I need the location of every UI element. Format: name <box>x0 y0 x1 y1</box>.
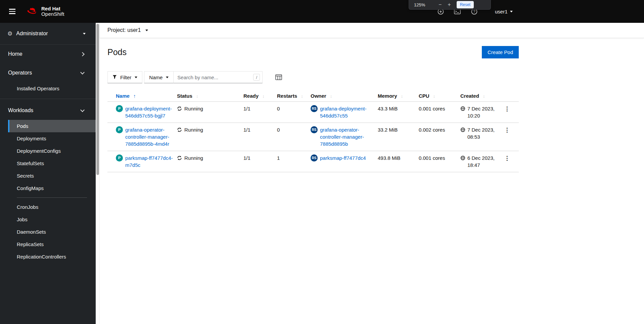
sidebar-scrollbar[interactable] <box>96 23 100 324</box>
search-field-wrap: / <box>173 71 263 83</box>
caret-down-icon <box>83 33 86 35</box>
nav-section-label: Workloads <box>8 107 33 113</box>
column-header-restarts[interactable]: Restarts ↕ <box>277 91 311 102</box>
chevron-right-icon <box>80 52 85 56</box>
pods-table: Name ↑ Status ↕ Ready ↕ <box>107 91 519 172</box>
cpu-cell: 0.001 cores <box>419 102 460 123</box>
username: user1 <box>495 9 508 14</box>
nav-item-configmaps[interactable]: ConfigMaps <box>8 182 96 194</box>
nav-item-daemonsets[interactable]: DaemonSets <box>8 226 96 238</box>
created-text: 7 Dec 2023, 10:20 <box>467 105 495 119</box>
filter-funnel-icon <box>112 75 117 80</box>
cpu-cell: 0.001 cores <box>419 151 460 172</box>
scrollbar-thumb[interactable] <box>96 24 99 175</box>
nav-section-label: Operators <box>8 70 32 76</box>
nav-toggle-hamburger-icon[interactable] <box>6 5 18 17</box>
caret-down-icon <box>135 77 137 78</box>
search-attribute-dropdown[interactable]: Name <box>144 71 174 83</box>
pod-name-link[interactable]: grafana-deployment-546dd57c55-bgjl7 <box>125 105 174 119</box>
status-text: Running <box>184 126 203 133</box>
manage-columns-icon[interactable] <box>275 74 283 81</box>
owner-link[interactable]: grafana-operator-controller-manager-7885… <box>320 126 372 147</box>
column-header-name[interactable]: Name ↑ <box>107 91 177 102</box>
sort-icon: ↕ <box>262 94 265 99</box>
zoom-in-button[interactable]: + <box>445 2 454 7</box>
nav-section-workloads[interactable]: Workloads <box>0 101 96 120</box>
nav-section-label: Home <box>8 51 22 57</box>
column-header-memory[interactable]: Memory ↕ <box>378 91 419 102</box>
title-row: Pods Create Pod <box>107 46 519 58</box>
replicaset-badge: RS <box>311 154 318 161</box>
brand-text: Red Hat OpenShift <box>41 6 64 17</box>
created-text: 6 Dec 2023, 18:47 <box>467 154 495 169</box>
pod-badge: P <box>116 154 123 161</box>
column-header-status[interactable]: Status ↕ <box>177 91 243 102</box>
search-input[interactable] <box>173 71 263 83</box>
perspective-switcher[interactable]: ⚙ Administrator <box>0 23 96 45</box>
zoom-reset-button[interactable]: Reset <box>457 1 474 8</box>
pod-name-link[interactable]: parksmap-ff7477dc4-m7d5c <box>125 154 174 169</box>
nav-item-jobs[interactable]: Jobs <box>8 213 96 226</box>
svg-text:?: ? <box>473 9 475 13</box>
nav-item-deploymentconfigs[interactable]: DeploymentConfigs <box>8 145 96 157</box>
running-sync-icon <box>177 127 182 132</box>
pod-name-link[interactable]: grafana-operator-controller-manager-7885… <box>125 126 174 147</box>
column-header-owner[interactable]: Owner ↕ <box>311 91 378 102</box>
globe-icon <box>460 106 465 111</box>
project-label: Project: <box>107 27 126 33</box>
ready-cell: 1/1 <box>243 123 277 151</box>
chevron-down-icon <box>80 70 85 75</box>
project-value: user1 <box>127 27 141 33</box>
brand-logo[interactable]: Red Hat OpenShift <box>25 6 64 17</box>
status-text: Running <box>184 105 203 112</box>
created-text: 7 Dec 2023, 08:53 <box>467 126 495 140</box>
status-text: Running <box>184 154 203 161</box>
table-row: P parksmap-ff7477dc4-m7d5c <box>107 151 519 172</box>
zoom-out-button[interactable]: − <box>435 2 445 7</box>
owner-link[interactable]: grafana-deployment-546dd57c55 <box>320 105 372 119</box>
sort-icon: ↕ <box>401 94 403 99</box>
restarts-cell: 0 <box>277 123 311 151</box>
kebab-menu-button[interactable]: ⋮ <box>502 127 512 134</box>
column-header-created[interactable]: Created ↕ <box>460 91 501 102</box>
kebab-menu-button[interactable]: ⋮ <box>502 105 512 112</box>
pod-badge: P <box>116 126 123 133</box>
caret-down-icon <box>166 77 169 78</box>
pod-badge: P <box>116 105 123 112</box>
owner-link[interactable]: parksmap-ff7477dc4 <box>320 154 372 161</box>
page-title: Pods <box>107 47 127 57</box>
nav-section-home[interactable]: Home <box>0 45 96 63</box>
masthead: Red Hat OpenShift ? <box>0 0 644 23</box>
memory-cell: 493.8 MiB <box>378 151 419 172</box>
nav-item-deployments[interactable]: Deployments <box>8 132 96 145</box>
nav-divider <box>17 197 87 198</box>
nav-section-operators[interactable]: Operators <box>0 63 96 82</box>
sort-icon: ↕ <box>483 94 485 99</box>
table-header-row: Name ↑ Status ↕ Ready ↕ <box>107 91 519 102</box>
sort-icon: ↕ <box>330 94 332 99</box>
sort-icon: ↕ <box>196 94 198 99</box>
kebab-menu-button[interactable]: ⋮ <box>502 155 512 162</box>
keyboard-shortcut-badge: / <box>253 74 260 81</box>
running-sync-icon <box>177 155 182 160</box>
user-menu[interactable]: user1 <box>495 0 513 23</box>
sort-icon: ↕ <box>301 94 303 99</box>
column-header-ready[interactable]: Ready ↕ <box>243 91 277 102</box>
project-selector[interactable]: Project: user1 <box>107 27 148 33</box>
nav-item-statefulsets[interactable]: StatefulSets <box>8 157 96 170</box>
create-pod-button[interactable]: Create Pod <box>482 46 519 58</box>
replicaset-badge: RS <box>311 126 318 133</box>
nav-item-replicasets[interactable]: ReplicaSets <box>8 238 96 250</box>
nav-item-replicationcontrollers[interactable]: ReplicationControllers <box>8 250 96 263</box>
column-header-cpu[interactable]: CPU ↕ <box>419 91 460 102</box>
nav-item-cronjobs[interactable]: CronJobs <box>8 201 96 213</box>
restarts-cell: 1 <box>277 151 311 172</box>
filter-dropdown[interactable]: Filter <box>107 71 142 83</box>
sidebar-nav: ⚙ Administrator Home Operators Installed… <box>0 23 96 324</box>
nav-item-pods[interactable]: Pods <box>8 120 96 132</box>
nav-item-installed-operators[interactable]: Installed Operators <box>8 82 96 95</box>
nav-item-secrets[interactable]: Secrets <box>8 170 96 182</box>
gear-icon: ⚙ <box>7 31 12 37</box>
caret-down-icon <box>145 30 148 31</box>
nav-group-workloads: Workloads Pods Deployments DeploymentCon… <box>0 101 96 270</box>
